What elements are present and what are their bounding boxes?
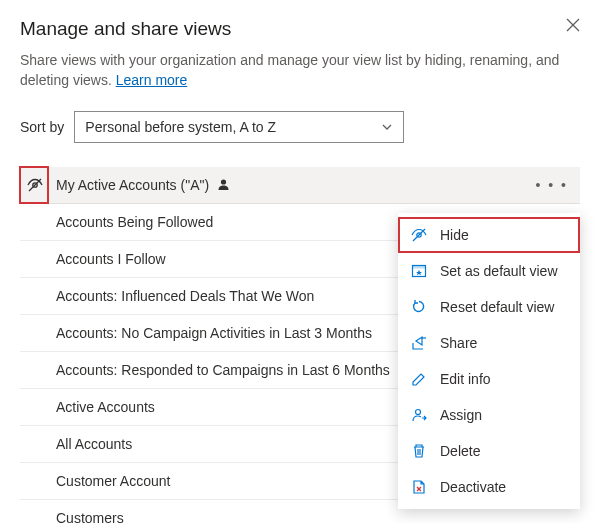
dialog-title: Manage and share views — [20, 18, 580, 40]
deactivate-icon — [410, 478, 428, 496]
menu-item-edit-info[interactable]: Edit info — [398, 361, 580, 397]
sort-by-value: Personal before system, A to Z — [85, 119, 276, 135]
view-name: Active Accounts — [56, 399, 155, 415]
menu-item-label: Hide — [440, 227, 469, 243]
menu-item-label: Assign — [440, 407, 482, 423]
menu-item-deactivate[interactable]: Deactivate — [398, 469, 580, 505]
chevron-down-icon — [381, 121, 393, 133]
menu-item-assign[interactable]: Assign — [398, 397, 580, 433]
view-name: Accounts: Influenced Deals That We Won — [56, 288, 314, 304]
view-row[interactable]: My Active Accounts ("A")• • • — [20, 167, 580, 204]
sort-by-label: Sort by — [20, 119, 64, 135]
menu-item-label: Edit info — [440, 371, 491, 387]
dialog-description-text: Share views with your organization and m… — [20, 52, 559, 88]
svg-point-6 — [416, 410, 421, 415]
more-actions-button[interactable]: • • • — [530, 167, 574, 203]
more-icon: • • • — [536, 177, 568, 193]
menu-item-set-default[interactable]: Set as default view — [398, 253, 580, 289]
menu-item-label: Delete — [440, 443, 480, 459]
menu-item-hide[interactable]: Hide — [398, 217, 580, 253]
view-name: All Accounts — [56, 436, 132, 452]
person-icon — [217, 178, 230, 191]
menu-item-delete[interactable]: Delete — [398, 433, 580, 469]
view-name: Customers — [56, 510, 124, 523]
hide-column-toggle[interactable] — [20, 167, 50, 203]
svg-marker-5 — [416, 270, 422, 275]
edit-icon — [410, 370, 428, 388]
menu-item-label: Set as default view — [440, 263, 558, 279]
delete-icon — [410, 442, 428, 460]
close-icon — [566, 18, 580, 32]
view-name: Accounts I Follow — [56, 251, 166, 267]
view-name: Accounts: Responded to Campaigns in Last… — [56, 362, 390, 378]
view-name: Accounts Being Followed — [56, 214, 213, 230]
menu-item-share[interactable]: Share — [398, 325, 580, 361]
learn-more-link[interactable]: Learn more — [116, 72, 188, 88]
hide-icon — [410, 226, 428, 244]
share-icon — [410, 334, 428, 352]
menu-item-label: Share — [440, 335, 477, 351]
set-default-icon — [410, 262, 428, 280]
view-context-menu: HideSet as default viewReset default vie… — [398, 213, 580, 509]
svg-rect-4 — [413, 266, 426, 269]
menu-item-label: Reset default view — [440, 299, 554, 315]
menu-item-label: Deactivate — [440, 479, 506, 495]
close-button[interactable] — [566, 18, 580, 32]
view-name: Accounts: No Campaign Activities in Last… — [56, 325, 372, 341]
dialog-description: Share views with your organization and m… — [20, 50, 580, 91]
reset-icon — [410, 298, 428, 316]
view-name: Customer Account — [56, 473, 170, 489]
menu-item-reset-default[interactable]: Reset default view — [398, 289, 580, 325]
svg-point-1 — [221, 179, 226, 184]
view-name: My Active Accounts ("A") — [56, 177, 209, 193]
sort-by-select[interactable]: Personal before system, A to Z — [74, 111, 404, 143]
assign-icon — [410, 406, 428, 424]
